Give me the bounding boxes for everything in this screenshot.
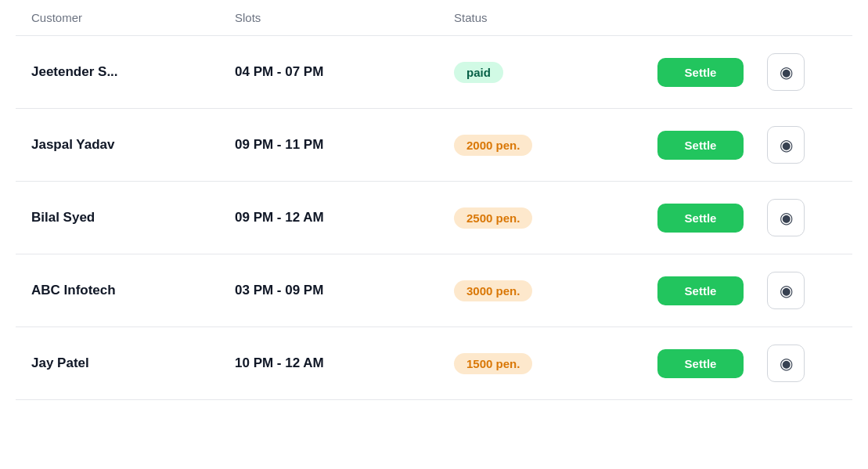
eye-icon: ◉ <box>780 63 793 81</box>
customer-name: Bilal Syed <box>31 210 235 225</box>
view-button[interactable]: ◉ <box>767 345 805 382</box>
customer-header: Customer <box>31 11 235 24</box>
view-cell: ◉ <box>759 126 822 164</box>
customer-name: Jeetender S... <box>31 64 235 80</box>
settle-button[interactable]: Settle <box>657 276 744 305</box>
action-cell: Settle <box>657 276 759 305</box>
action-header <box>657 11 759 24</box>
action-cell: Settle <box>657 204 759 233</box>
status-cell: 2500 pen. <box>454 207 657 229</box>
status-cell: 3000 pen. <box>454 280 657 301</box>
status-badge: 1500 pen. <box>454 353 532 374</box>
settle-button[interactable]: Settle <box>657 58 744 87</box>
view-cell: ◉ <box>759 345 822 382</box>
slots-header: Slots <box>235 11 454 24</box>
status-badge: 3000 pen. <box>454 280 532 301</box>
eye-icon: ◉ <box>780 281 793 300</box>
settle-button[interactable]: Settle <box>657 349 744 378</box>
eye-icon: ◉ <box>780 135 793 154</box>
settle-button[interactable]: Settle <box>657 131 744 160</box>
slots-value: 09 PM - 11 PM <box>235 137 454 153</box>
status-cell: 2000 pen. <box>454 135 657 156</box>
table-row: Bilal Syed 09 PM - 12 AM 2500 pen. Settl… <box>16 182 852 254</box>
view-button[interactable]: ◉ <box>767 126 805 164</box>
action-cell: Settle <box>657 131 759 160</box>
slots-value: 10 PM - 12 AM <box>235 355 454 371</box>
view-button[interactable]: ◉ <box>767 272 805 309</box>
table-row: Jay Patel 10 PM - 12 AM 1500 pen. Settle… <box>16 327 852 400</box>
eye-icon: ◉ <box>780 354 793 373</box>
status-badge: paid <box>454 62 503 83</box>
status-cell: paid <box>454 62 657 83</box>
customer-name: Jaspal Yadav <box>31 137 235 153</box>
slots-value: 09 PM - 12 AM <box>235 210 454 225</box>
action-cell: Settle <box>657 58 759 87</box>
bookings-table: Customer Slots Status Jeetender S... 04 … <box>16 0 852 400</box>
table-header: Customer Slots Status <box>16 0 852 36</box>
table-row: ABC Infotech 03 PM - 09 PM 3000 pen. Set… <box>16 254 852 327</box>
table-row: Jaspal Yadav 09 PM - 11 PM 2000 pen. Set… <box>16 109 852 182</box>
view-cell: ◉ <box>759 53 822 91</box>
customer-name: Jay Patel <box>31 355 235 371</box>
view-button[interactable]: ◉ <box>767 199 805 236</box>
customer-name: ABC Infotech <box>31 283 235 298</box>
table-row: Jeetender S... 04 PM - 07 PM paid Settle… <box>16 36 852 109</box>
status-badge: 2000 pen. <box>454 135 532 156</box>
action-cell: Settle <box>657 349 759 378</box>
status-badge: 2500 pen. <box>454 207 532 229</box>
view-cell: ◉ <box>759 272 822 309</box>
eye-icon: ◉ <box>780 208 793 227</box>
view-button[interactable]: ◉ <box>767 53 805 91</box>
status-header: Status <box>454 11 657 24</box>
slots-value: 03 PM - 09 PM <box>235 283 454 298</box>
slots-value: 04 PM - 07 PM <box>235 64 454 80</box>
view-header <box>759 11 822 24</box>
status-cell: 1500 pen. <box>454 353 657 374</box>
settle-button[interactable]: Settle <box>657 204 744 233</box>
view-cell: ◉ <box>759 199 822 236</box>
